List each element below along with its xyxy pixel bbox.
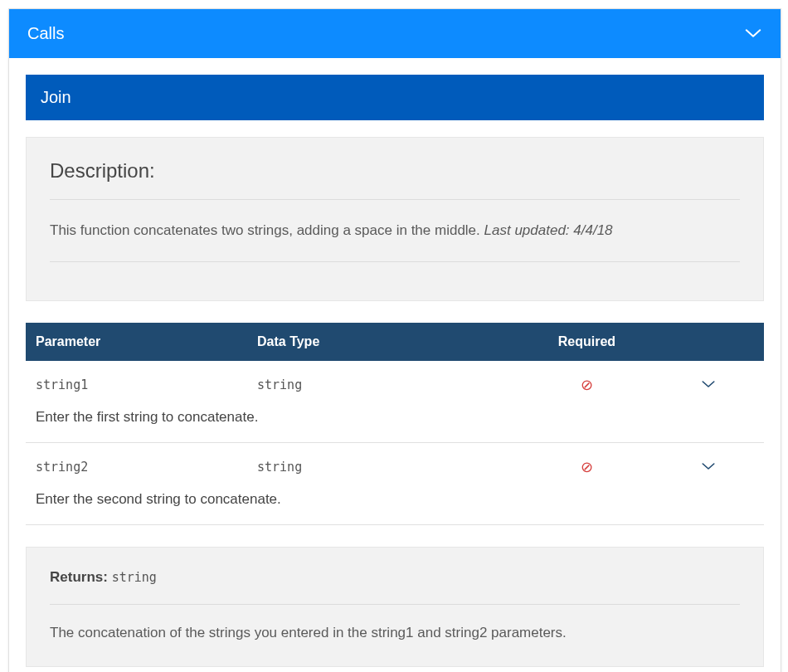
page-container: Calls Join Description: This function co… (8, 8, 781, 672)
join-title: Join (41, 88, 71, 106)
table-row: string1 string ⊘ (26, 361, 764, 402)
returns-text: The concatenation of the strings you ent… (50, 605, 740, 641)
table-row-desc: Enter the first string to concatenate. (26, 402, 764, 443)
not-required-icon: ⊘ (520, 361, 653, 402)
calls-title: Calls (27, 24, 64, 43)
param-name: string2 (26, 442, 247, 485)
description-box: Description: This function concatenates … (26, 137, 764, 301)
param-description: Enter the second string to concatenate. (26, 485, 764, 525)
col-data-type: Data Type (247, 323, 520, 361)
calls-header[interactable]: Calls (9, 9, 781, 58)
param-description: Enter the first string to concatenate. (26, 402, 764, 443)
col-required: Required (520, 323, 653, 361)
col-parameter: Parameter (26, 323, 247, 361)
col-expand (653, 323, 764, 361)
param-type: string (247, 442, 520, 485)
parameters-table: Parameter Data Type Required string1 str… (26, 323, 764, 525)
join-section-header: Join (26, 75, 764, 120)
chevron-down-icon[interactable] (701, 460, 716, 474)
not-required-icon: ⊘ (520, 442, 653, 485)
returns-box: Returns: string The concatenation of the… (26, 547, 764, 667)
chevron-down-icon[interactable] (701, 377, 716, 392)
param-type: string (247, 361, 520, 402)
param-name: string1 (26, 361, 247, 402)
description-text: This function concatenates two strings, … (50, 199, 740, 262)
table-row: string2 string ⊘ (26, 442, 764, 485)
chevron-down-icon (744, 24, 762, 43)
table-row-desc: Enter the second string to concatenate. (26, 485, 764, 525)
table-header-row: Parameter Data Type Required (26, 323, 764, 361)
main-body: Join Description: This function concaten… (9, 58, 781, 672)
description-heading: Description: (50, 159, 740, 183)
returns-heading: Returns: string (50, 569, 740, 605)
